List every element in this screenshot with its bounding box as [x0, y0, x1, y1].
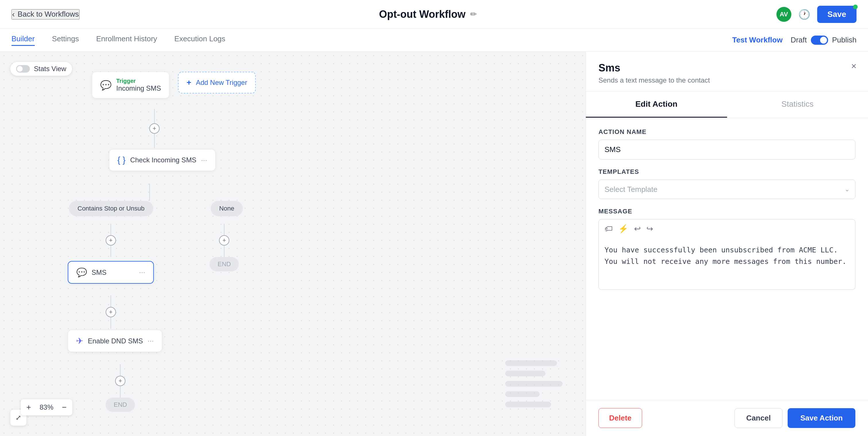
workflow-canvas[interactable]: Stats View 💬 Trigger Incoming SMS + Add …: [0, 52, 586, 436]
dnd-label: Enable DND SMS: [88, 337, 143, 345]
sms-menu-icon[interactable]: ···: [139, 268, 145, 277]
branch-row: Contains Stop or Unsub None: [69, 201, 243, 216]
header: ‹ Back to Workflows Opt-out Workflow ✏ A…: [0, 0, 868, 29]
save-label: Save: [828, 10, 846, 19]
skeleton-line-4: [505, 391, 539, 397]
stats-view-label: Stats View: [34, 65, 66, 73]
add-node-2[interactable]: +: [105, 235, 116, 245]
skeleton-line-2: [505, 371, 546, 376]
header-center: Opt-out Workflow ✏: [379, 8, 477, 20]
test-workflow-button[interactable]: Test Workflow: [732, 36, 782, 44]
workflow-title: Opt-out Workflow: [379, 8, 466, 20]
sms-label: SMS: [92, 268, 106, 276]
clock-icon[interactable]: 🕐: [798, 9, 810, 20]
skeleton-line-3: [505, 381, 563, 387]
message-toolbar: 🏷 ⚡ ↩ ↪: [598, 219, 856, 238]
tab-execution-logs[interactable]: Execution Logs: [174, 34, 225, 46]
sms-node-wrapper: 💬 SMS ···: [68, 261, 154, 284]
back-label: Back to Workflows: [18, 10, 79, 19]
header-left: ‹ Back to Workflows: [11, 9, 80, 20]
check-node[interactable]: { } Check Incoming SMS ···: [109, 149, 216, 171]
add-trigger-label: Add New Trigger: [196, 78, 247, 87]
header-right: AV 🕐 Save: [776, 6, 857, 23]
avatar: AV: [776, 7, 792, 22]
connector-line-6: [224, 224, 224, 235]
publish-toggle[interactable]: [811, 36, 828, 45]
tabs-container: Builder Settings Enrollment History Exec…: [11, 34, 225, 46]
add-trigger-node[interactable]: + Add New Trigger: [178, 72, 256, 94]
redo-icon[interactable]: ↪: [646, 224, 653, 234]
add-node-3[interactable]: +: [219, 235, 229, 245]
connector-line-10: [120, 364, 121, 376]
zoom-level: 83%: [37, 403, 56, 411]
bolt-icon[interactable]: ⚡: [618, 224, 628, 234]
panel-tab-statistics[interactable]: Statistics: [727, 92, 868, 118]
add-node-5[interactable]: +: [115, 376, 125, 386]
zoom-out-button[interactable]: −: [56, 399, 72, 415]
zoom-controls: + 83% −: [21, 399, 72, 415]
connector-line-5: [111, 245, 111, 257]
check-node-wrapper: { } Check Incoming SMS ···: [109, 149, 216, 171]
left-branch-connector: +: [105, 224, 116, 257]
panel-body: ACTION NAME TEMPLATES Select Template ⌄ …: [586, 118, 868, 400]
tab-settings[interactable]: Settings: [52, 34, 79, 46]
save-action-button[interactable]: Save Action: [787, 408, 856, 428]
tab-builder[interactable]: Builder: [11, 34, 35, 46]
branch-none[interactable]: None: [211, 201, 243, 216]
templates-wrapper: Select Template ⌄: [598, 179, 856, 199]
sms-dnd-connector: +: [105, 296, 116, 329]
connector-line-11: [120, 386, 121, 398]
connector-line-1: [154, 109, 155, 123]
trigger-row: 💬 Trigger Incoming SMS + Add New Trigger: [92, 72, 256, 98]
dnd-node[interactable]: ✈ Enable DND SMS ···: [68, 330, 162, 352]
end-node-bottom[interactable]: END: [105, 398, 135, 412]
nav-right: Test Workflow Draft Publish: [732, 36, 857, 45]
message-textarea[interactable]: You have successfully been unsubscribed …: [598, 238, 856, 290]
stats-view-toggle[interactable]: Stats View: [10, 62, 72, 76]
templates-select[interactable]: Select Template: [598, 179, 856, 199]
trigger-node[interactable]: 💬 Trigger Incoming SMS: [92, 72, 169, 98]
dnd-menu-icon[interactable]: ···: [148, 336, 154, 345]
panel-close-button[interactable]: ×: [851, 61, 857, 71]
dnd-end-connector: + END: [105, 364, 135, 412]
add-node-1[interactable]: +: [149, 123, 160, 134]
action-name-input[interactable]: [598, 140, 856, 160]
right-panel: Sms Sends a text message to the contact …: [586, 52, 868, 436]
panel-tab-edit[interactable]: Edit Action: [586, 92, 727, 118]
trigger-label-main: Incoming SMS: [116, 84, 161, 92]
dnd-icon: ✈: [76, 336, 83, 346]
cancel-button[interactable]: Cancel: [735, 408, 782, 428]
back-button[interactable]: ‹ Back to Workflows: [11, 9, 80, 20]
end-node-right[interactable]: END: [210, 257, 239, 271]
trigger-label-small: Trigger: [116, 78, 161, 84]
connector-line-2: [154, 134, 155, 148]
stats-toggle-switch[interactable]: [16, 65, 30, 73]
draft-label: Draft: [790, 36, 807, 44]
branch-contains[interactable]: Contains Stop or Unsub: [69, 201, 153, 216]
dnd-node-wrapper: ✈ Enable DND SMS ···: [68, 330, 162, 352]
trigger-icon: 💬: [100, 80, 112, 91]
toggle-knob: [820, 37, 827, 44]
connector-2: [149, 183, 150, 201]
templates-label: TEMPLATES: [598, 168, 856, 175]
save-button[interactable]: Save: [817, 6, 857, 23]
tag-icon[interactable]: 🏷: [604, 224, 613, 234]
connector-1: +: [149, 109, 160, 148]
panel-tabs: Edit Action Statistics: [586, 92, 868, 118]
sms-icon: 💬: [76, 267, 87, 277]
zoom-area: ⤢ + 83% −: [10, 410, 29, 426]
zoom-in-button[interactable]: +: [21, 399, 37, 415]
edit-icon[interactable]: ✏: [470, 9, 477, 19]
add-node-4[interactable]: +: [105, 307, 116, 317]
check-menu-icon[interactable]: ···: [201, 156, 207, 165]
stats-toggle-knob: [17, 66, 23, 72]
tab-enrollment-history[interactable]: Enrollment History: [96, 34, 157, 46]
sms-node[interactable]: 💬 SMS ···: [68, 261, 154, 284]
save-dot-indicator: [853, 5, 858, 9]
panel-subtitle: Sends a text message to the contact: [598, 76, 856, 84]
undo-icon[interactable]: ↩: [634, 224, 641, 234]
message-section: MESSAGE 🏷 ⚡ ↩ ↪ You have successfully be…: [598, 208, 856, 291]
skeleton-line-5: [505, 402, 551, 407]
delete-button[interactable]: Delete: [598, 408, 642, 428]
draft-publish-toggle: Draft Publish: [790, 36, 857, 45]
